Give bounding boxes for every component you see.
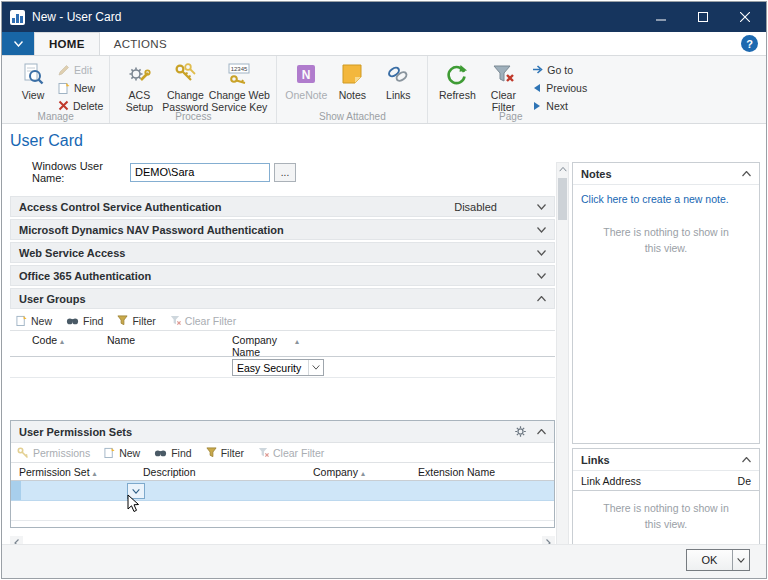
notes-empty-message: There is nothing to show in this view. [599,225,733,257]
windows-user-name-input[interactable] [130,163,270,182]
column-header-link-address[interactable]: Link Address [581,475,641,487]
find-icon [66,316,79,325]
ups-clear-filter-button[interactable]: Clear Filter [258,447,324,459]
go-to-icon [532,64,543,75]
main-pane: User Card Windows User Name: ... Access … [10,124,555,549]
ribbon-group-show-attached: N OneNote Notes Links Show Attached [277,56,428,123]
go-to-button[interactable]: Go to [532,62,587,77]
fasttab-acs-authentication[interactable]: Access Control Service Authentication Di… [10,196,555,217]
ok-button[interactable]: OK [686,549,750,571]
ribbon-group-page: Refresh Clear Filter Go to Previous [428,56,593,123]
fasttab-user-permission-sets[interactable]: User Permission Sets [11,421,554,443]
new-button[interactable]: New [58,80,103,95]
ug-new-button[interactable]: New [16,315,52,327]
chevron-down-icon[interactable] [537,227,546,233]
column-header-description[interactable]: Description [143,466,313,478]
onenote-button[interactable]: N OneNote [283,58,329,101]
help-button[interactable]: ? [741,35,758,52]
column-header-name[interactable]: Name [107,334,232,346]
column-header-extension-name[interactable]: Extension Name [418,466,554,478]
gear-icon[interactable] [514,425,527,438]
change-web-service-key-button[interactable]: 12345 Change Web Service Key [208,58,270,113]
user-permission-sets-header-row: Permission Set▴ Description Company▴ Ext… [11,463,554,481]
links-panel: Links Link Address De There is nothing t… [572,448,760,550]
group-label-manage: Manage [2,111,109,122]
app-window: New - User Card HOME ACTIONS ? View [1,1,767,579]
links-panel-header[interactable]: Links [573,449,759,471]
browse-button[interactable]: ... [274,163,296,182]
notes-panel: Notes Click here to create a new note. T… [572,162,760,444]
next-icon [532,101,542,111]
column-header-permission-set[interactable]: Permission Set▴ [19,466,143,478]
company-name-combobox[interactable]: Easy Security [232,359,324,376]
chevron-up-icon[interactable] [742,457,751,463]
user-permission-sets-selected-row[interactable] [11,481,554,501]
notes-button[interactable]: Notes [329,58,375,101]
fasttab-nav-password-authentication[interactable]: Microsoft Dynamics NAV Password Authenti… [10,219,555,240]
chevron-up-icon[interactable] [742,171,751,177]
fasttab-user-groups[interactable]: User Groups [10,288,555,309]
tab-actions[interactable]: ACTIONS [100,32,181,55]
acs-setup-button[interactable]: ACS Setup [116,58,162,113]
notes-icon [341,61,363,87]
close-button[interactable] [724,2,766,32]
column-header-company[interactable]: Company▴ [313,466,418,478]
scrollbar-thumb[interactable] [558,178,567,220]
window-title: New - User Card [32,10,121,24]
create-note-link[interactable]: Click here to create a new note. [581,193,751,205]
view-button[interactable]: View [10,58,56,101]
refresh-button[interactable]: Refresh [434,58,480,101]
column-header-company-name[interactable]: Company Name▴ [232,334,344,358]
tab-home[interactable]: HOME [34,32,100,55]
user-groups-toolbar: New Find Filter Clear Filter [10,311,555,331]
user-groups-row[interactable]: Easy Security [10,357,555,378]
footer-bar: OK [2,544,766,578]
chevron-down-icon[interactable] [537,273,546,279]
links-button[interactable]: Links [375,58,421,101]
app-menu-button[interactable] [2,32,34,55]
user-groups-header-row: Code▴ Name Company Name▴ [10,331,555,357]
user-permission-sets-empty-row[interactable] [11,501,554,521]
ups-filter-button[interactable]: Filter [206,447,244,459]
fasttab-web-service-access[interactable]: Web Service Access [10,242,555,263]
scroll-up-button[interactable] [557,163,568,176]
view-icon [21,61,45,87]
filter-icon [117,315,128,326]
chevron-up-icon[interactable] [537,296,546,302]
chevron-down-icon[interactable] [537,204,546,210]
clear-filter-icon [491,61,515,87]
user-permission-sets-toolbar: Permissions New Find Filter [11,443,554,463]
chevron-down-icon[interactable] [537,250,546,256]
ok-dropdown-button[interactable] [732,550,749,570]
column-header-code[interactable]: Code▴ [32,334,107,346]
change-password-button[interactable]: Change Password [162,58,208,113]
edit-icon [58,64,70,76]
previous-button[interactable]: Previous [532,80,587,95]
ug-clear-filter-button[interactable]: Clear Filter [170,315,236,327]
permissions-button[interactable]: Permissions [17,447,90,459]
column-header-description[interactable]: De [738,475,751,487]
minimize-button[interactable] [640,2,682,32]
row-selector[interactable] [11,481,21,500]
edit-button[interactable]: Edit [58,62,103,77]
ug-find-button[interactable]: Find [66,315,103,327]
page-content: User Card Windows User Name: ... Access … [2,124,766,578]
group-label-show-attached: Show Attached [277,111,427,122]
refresh-icon [445,61,469,87]
fasttab-office365-authentication[interactable]: Office 365 Authentication [10,265,555,286]
notes-panel-header[interactable]: Notes [573,163,759,185]
chevron-up-icon[interactable] [537,429,546,435]
ug-filter-button[interactable]: Filter [117,315,155,327]
page-title: User Card [10,132,555,150]
clear-filter-icon [258,447,269,458]
maximize-button[interactable] [682,2,724,32]
chevron-down-icon[interactable] [308,360,323,375]
new-icon [104,447,115,458]
ribbon-tab-row: HOME ACTIONS ? [2,32,766,56]
change-password-icon [173,61,197,87]
ups-new-button[interactable]: New [104,447,140,459]
clear-filter-button[interactable]: Clear Filter [480,58,526,113]
ups-find-button[interactable]: Find [154,447,191,459]
change-web-service-key-icon: 12345 [226,61,252,87]
vertical-scrollbar[interactable] [556,162,569,579]
